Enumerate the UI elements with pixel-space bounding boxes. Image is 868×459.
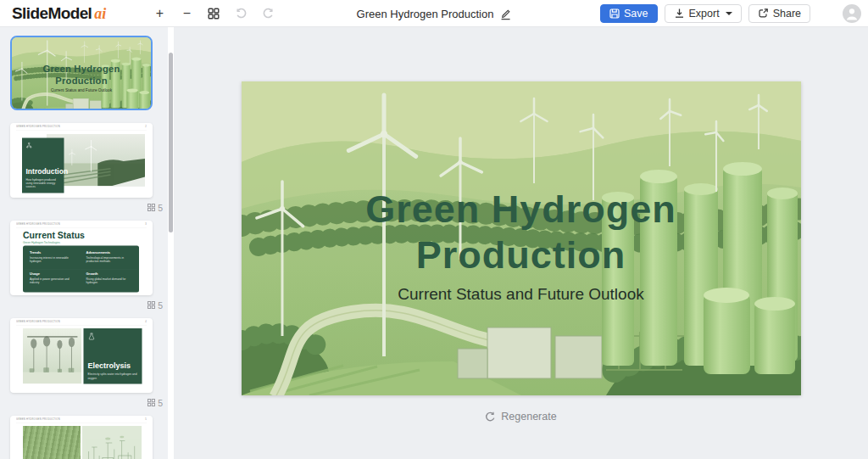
thumb-slide-subtitle: Current Status and Future Outlook xyxy=(12,88,151,92)
chevron-down-icon xyxy=(726,12,732,15)
mini-page-number: 5 xyxy=(145,418,147,421)
zoom-out-button[interactable]: − xyxy=(175,3,198,25)
regenerate-label: Regenerate xyxy=(501,411,556,423)
thumbnail-slide-3[interactable]: GREEN HYDROGEN PRODUCTION 3 Current Stat… xyxy=(10,221,153,295)
layout-badge-count: 5 xyxy=(158,398,163,408)
slide-title-line2: Production xyxy=(242,232,801,278)
layout-grid-icon xyxy=(147,204,155,211)
mini-slide-title: Introduction xyxy=(26,167,61,176)
action-buttons: Save Export Share xyxy=(600,4,861,23)
layout-badge-count: 5 xyxy=(158,203,163,213)
download-icon xyxy=(674,8,685,19)
person-icon xyxy=(843,4,861,23)
plant-sketch-image xyxy=(82,426,142,459)
redo-icon xyxy=(262,7,275,20)
layout-badge-slide-2[interactable]: 5 xyxy=(10,202,163,213)
zoom-in-button[interactable]: + xyxy=(148,3,170,25)
mini-header-text: GREEN HYDROGEN PRODUCTION xyxy=(16,223,60,226)
org-chart-icon xyxy=(26,143,61,149)
edit-title-icon[interactable] xyxy=(499,8,511,20)
layout-grid-icon xyxy=(147,301,155,309)
status-quadrants-panel: Trends Increasing interest in renewable … xyxy=(23,246,139,293)
user-avatar[interactable] xyxy=(843,4,861,23)
logo-text: SlideModel xyxy=(12,4,92,23)
thumbnail-slide-5[interactable]: GREEN HYDROGEN PRODUCTION 5 xyxy=(10,416,153,459)
sidebar-scrollbar-track[interactable] xyxy=(168,27,174,459)
layout-badge-slide-3[interactable]: 5 xyxy=(10,299,163,311)
regenerate-button[interactable]: Regenerate xyxy=(478,407,563,426)
sidebar-scrollbar-thumb[interactable] xyxy=(169,53,173,232)
mini-slide-body: Electricity splits water into hydrogen a… xyxy=(88,372,138,380)
slide-thumbnail-panel: Green Hydrogen Production Current Status… xyxy=(0,27,174,459)
logo-accent: ai xyxy=(94,5,106,23)
slide-canvas-area: Green Hydrogen Production Current Status… xyxy=(174,27,868,459)
quadrant-advancements: Advancements Technological improvements … xyxy=(81,248,138,269)
share-icon xyxy=(758,8,769,19)
mini-slide-title: Electrolysis xyxy=(88,361,138,371)
grid-icon xyxy=(208,8,220,20)
share-label: Share xyxy=(773,8,801,20)
slide-subtitle: Current Status and Future Outlook xyxy=(242,285,801,304)
thumb-slide-title: Green Hydrogen Production xyxy=(12,64,151,87)
redo-button[interactable] xyxy=(257,3,279,25)
mini-header-text: GREEN HYDROGEN PRODUCTION xyxy=(16,126,60,128)
mini-page-number: 3 xyxy=(145,223,147,226)
undo-icon xyxy=(235,7,248,20)
mini-header-text: GREEN HYDROGEN PRODUCTION xyxy=(16,321,60,323)
grid-view-button[interactable] xyxy=(203,3,225,25)
layout-badge-count: 5 xyxy=(158,300,163,311)
thumbnail-slide-4[interactable]: GREEN HYDROGEN PRODUCTION 4 xyxy=(10,318,153,393)
canvas-controls: + − xyxy=(148,3,279,25)
flask-icon xyxy=(88,333,138,340)
mini-header-text: GREEN HYDROGEN PRODUCTION xyxy=(16,418,60,421)
layout-badge-slide-4[interactable]: 5 xyxy=(10,397,163,408)
thumbnail-slide-2[interactable]: GREEN HYDROGEN PRODUCTION 2 xyxy=(10,123,153,198)
thumbnail-slide-1[interactable]: Green Hydrogen Production Current Status… xyxy=(10,36,153,110)
refresh-icon xyxy=(485,411,496,423)
share-button[interactable]: Share xyxy=(748,4,810,23)
save-icon xyxy=(609,8,620,19)
intro-panel: Introduction How hydrogen produced using… xyxy=(22,138,64,193)
save-label: Save xyxy=(624,8,648,20)
document-title-bar: Green Hydrogen Production xyxy=(357,0,512,27)
undo-button[interactable] xyxy=(230,3,252,25)
save-button[interactable]: Save xyxy=(600,4,658,23)
lab-image xyxy=(23,328,82,384)
quadrant-growth: Growth Rising global market demand for h… xyxy=(81,269,138,290)
slide-title: Green Hydrogen Production xyxy=(242,187,801,278)
export-label: Export xyxy=(689,8,720,20)
document-title: Green Hydrogen Production xyxy=(357,8,494,20)
grass-image xyxy=(23,426,81,459)
mini-page-number: 2 xyxy=(145,126,147,128)
export-button[interactable]: Export xyxy=(665,4,742,23)
mini-slide-body: How hydrogen produced using renewable en… xyxy=(26,177,61,188)
quadrant-trends: Trends Increasing interest in renewable … xyxy=(25,248,81,269)
slide-title-line1: Green Hydrogen xyxy=(242,187,801,232)
current-slide[interactable]: Green Hydrogen Production Current Status… xyxy=(242,81,801,395)
layout-grid-icon xyxy=(147,399,155,406)
mini-slide-title: Current Status xyxy=(23,230,85,240)
mini-slide-subtitle: Green Hydrogen Technologies xyxy=(23,241,60,244)
mini-page-number: 4 xyxy=(145,321,147,323)
quadrant-usage: Usage Applied in power generation and in… xyxy=(25,269,81,290)
electrolysis-panel: Electrolysis Electricity splits water in… xyxy=(84,328,142,384)
top-bar: SlideModel ai + − xyxy=(0,0,868,27)
app-logo[interactable]: SlideModel ai xyxy=(12,4,106,23)
